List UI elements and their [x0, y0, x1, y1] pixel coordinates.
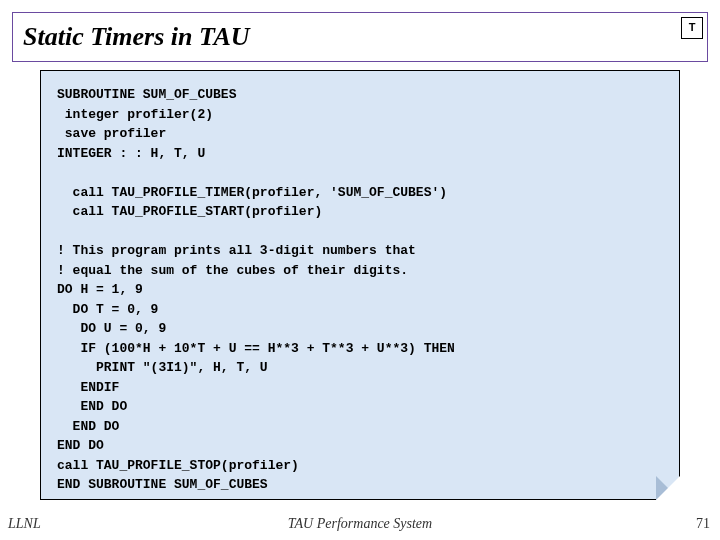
- page-number: 71: [696, 516, 710, 532]
- title-bar: Static Timers in TAU T: [12, 12, 708, 62]
- slide: Static Timers in TAU T SUBROUTINE SUM_OF…: [0, 0, 720, 540]
- slide-title: Static Timers in TAU: [23, 22, 250, 52]
- page-fold: [656, 476, 680, 500]
- footer: LLNL TAU Performance System 71: [0, 512, 720, 536]
- code-content: SUBROUTINE SUM_OF_CUBES integer profiler…: [57, 85, 663, 495]
- tau-logo: T: [681, 17, 703, 39]
- footer-center: TAU Performance System: [0, 516, 720, 532]
- code-box: SUBROUTINE SUM_OF_CUBES integer profiler…: [40, 70, 680, 500]
